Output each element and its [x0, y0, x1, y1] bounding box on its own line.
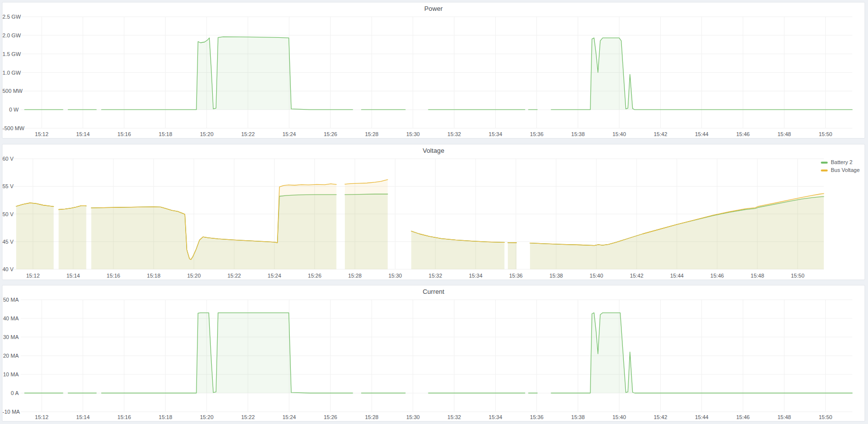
power-x-tick-label: 15:44 [692, 131, 711, 137]
current-x-tick-label: 15:38 [568, 414, 588, 420]
power-x-tick-label: 15:16 [114, 131, 134, 137]
current-y-tick-label: 0 A [2, 390, 19, 396]
current-y-tick-label: 30 MA [2, 334, 19, 340]
current-x-tick-label: 15:12 [32, 414, 52, 420]
power-y-tick-label: 500 MW [2, 88, 19, 94]
current-x-tick-label: 15:28 [362, 414, 382, 420]
power-x-tick-label: 15:38 [568, 131, 588, 137]
current-x-tick-label: 15:42 [651, 414, 671, 420]
voltage-x-tick-label: 15:44 [667, 273, 687, 279]
voltage-y-tick-label: 45 V [2, 239, 10, 245]
current-panel: Current 50 MA40 MA30 MA20 MA10 MA0 A-10 … [2, 285, 865, 422]
current-x-tick-label: 15:46 [733, 414, 753, 420]
power-x-tick-label: 15:24 [280, 131, 299, 137]
power-x-tick-label: 15:12 [32, 131, 52, 137]
power-chart[interactable] [2, 2, 865, 138]
panel-title-current[interactable]: Current [2, 288, 865, 295]
current-x-tick-label: 15:34 [486, 414, 505, 420]
current-chart[interactable] [2, 285, 865, 421]
Bus Voltage-area [411, 231, 504, 269]
voltage-x-tick-label: 15:46 [707, 273, 727, 279]
voltage-chart[interactable] [2, 144, 865, 280]
Bus Voltage-area [58, 206, 86, 269]
power-x-tick-label: 15:50 [815, 131, 835, 137]
Bus Voltage-area [16, 203, 54, 269]
current-x-tick-label: 15:14 [73, 414, 93, 420]
voltage-x-tick-label: 15:22 [224, 273, 244, 279]
current-y-tick-label: 50 MA [2, 297, 19, 303]
power-x-tick-label: 15:20 [197, 131, 217, 137]
power-x-tick-label: 15:34 [486, 131, 505, 137]
current-x-tick-label: 15:50 [815, 414, 835, 420]
current-x-tick-label: 15:20 [197, 414, 217, 420]
current-x-tick-label: 15:36 [527, 414, 547, 420]
power-y-tick-label: 1.0 GW [2, 70, 19, 76]
power-x-tick-label: 15:22 [238, 131, 258, 137]
power-x-tick-label: 15:26 [321, 131, 340, 137]
power-x-tick-label: 15:30 [403, 131, 423, 137]
voltage-x-tick-label: 15:48 [748, 273, 767, 279]
voltage-y-tick-label: 60 V [2, 156, 10, 162]
power-x-tick-label: 15:42 [651, 131, 671, 137]
current-x-tick-label: 15:26 [321, 414, 340, 420]
power-x-tick-label: 15:18 [156, 131, 175, 137]
legend-item-battery-2[interactable]: Battery 2 [821, 159, 860, 166]
power-x-tick-label: 15:46 [733, 131, 753, 137]
legend-swatch-icon [821, 170, 828, 171]
power-x-tick-label: 15:28 [362, 131, 382, 137]
current-x-tick-label: 15:30 [403, 414, 423, 420]
voltage-x-tick-label: 15:16 [104, 273, 123, 279]
current-y-tick-label: 10 MA [2, 371, 19, 377]
voltage-x-tick-label: 15:24 [265, 273, 284, 279]
current-x-tick-label: 15:40 [610, 414, 629, 420]
voltage-x-tick-label: 15:32 [425, 273, 445, 279]
current-x-tick-label: 15:16 [114, 414, 134, 420]
power-x-tick-label: 15:40 [610, 131, 629, 137]
legend-item-bus-voltage[interactable]: Bus Voltage [821, 167, 860, 173]
power-y-tick-label: -500 MW [2, 125, 19, 131]
voltage-x-tick-label: 15:38 [546, 273, 566, 279]
voltage-x-tick-label: 15:26 [305, 273, 325, 279]
voltage-x-tick-label: 15:20 [184, 273, 204, 279]
current-x-tick-label: 15:44 [692, 414, 711, 420]
current-x-tick-label: 15:18 [156, 414, 175, 420]
power-y-tick-label: 2.0 GW [2, 32, 19, 38]
power-x-tick-label: 15:48 [774, 131, 794, 137]
current-y-tick-label: 20 MA [2, 353, 19, 359]
voltage-x-tick-label: 15:40 [587, 273, 606, 279]
Current-area [102, 313, 353, 393]
power-panel: Power 2.5 GW2.0 GW1.5 GW1.0 GW500 MW0 W-… [2, 2, 865, 139]
Bus Voltage-area [345, 180, 388, 269]
voltage-x-tick-label: 15:18 [144, 273, 164, 279]
current-x-tick-label: 15:22 [238, 414, 258, 420]
power-y-tick-label: 0 W [2, 107, 19, 113]
power-y-tick-label: 1.5 GW [2, 51, 19, 57]
voltage-y-tick-label: 40 V [2, 266, 10, 272]
current-x-tick-label: 15:32 [445, 414, 464, 420]
power-x-tick-label: 15:32 [445, 131, 464, 137]
voltage-x-tick-label: 15:34 [466, 273, 485, 279]
voltage-x-tick-label: 15:30 [385, 273, 405, 279]
current-y-tick-label: -10 MA [2, 409, 19, 415]
power-y-tick-label: 2.5 GW [2, 14, 19, 20]
panel-title-voltage[interactable]: Voltage [2, 147, 865, 154]
power-x-tick-label: 15:14 [73, 131, 93, 137]
panel-title-power[interactable]: Power [2, 5, 865, 12]
Bus Voltage-area [91, 184, 336, 269]
power-x-tick-label: 15:36 [527, 131, 547, 137]
current-y-tick-label: 40 MA [2, 315, 19, 321]
Power-area [102, 37, 353, 110]
voltage-x-tick-label: 15:12 [23, 273, 43, 279]
current-x-tick-label: 15:48 [774, 414, 794, 420]
voltage-x-tick-label: 15:28 [345, 273, 364, 279]
Bus Voltage-area [508, 243, 517, 269]
grafana-dashboard: { "page": {"background": "#eef1f5", "pan… [0, 0, 868, 424]
voltage-y-tick-label: 55 V [2, 183, 10, 189]
voltage-x-tick-label: 15:36 [506, 273, 526, 279]
voltage-y-tick-label: 50 V [2, 211, 10, 217]
voltage-panel: Voltage 60 V55 V50 V45 V40 V15:1215:1415… [2, 144, 865, 280]
voltage-x-tick-label: 15:50 [788, 273, 808, 279]
current-x-tick-label: 15:24 [280, 414, 299, 420]
legend-label: Battery 2 [831, 159, 852, 166]
voltage-x-tick-label: 15:14 [63, 273, 83, 279]
